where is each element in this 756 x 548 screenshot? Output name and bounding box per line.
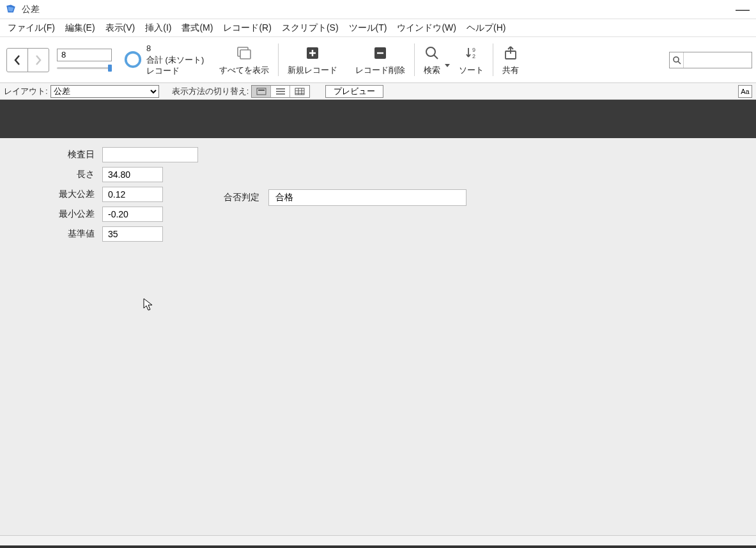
header-band: [0, 100, 756, 138]
search-icon: [424, 44, 440, 62]
svg-point-5: [426, 47, 435, 56]
svg-rect-10: [257, 88, 266, 95]
svg-point-9: [674, 57, 679, 62]
label-max-tolerance: 最大公差: [0, 189, 102, 200]
toolbar: 8 合計 (未ソート) レコード すべてを表示 新規レコード レコード削除 検索: [0, 37, 756, 83]
menu-help[interactable]: ヘルプ(H): [461, 20, 511, 36]
app-icon: [5, 4, 17, 15]
label-reference: 基準値: [0, 228, 102, 240]
menu-file[interactable]: ファイル(F): [3, 20, 60, 36]
menu-view[interactable]: 表示(V): [100, 20, 141, 36]
menu-records[interactable]: レコード(R): [218, 20, 276, 36]
quick-search-input[interactable]: [684, 53, 752, 67]
minimize-button[interactable]: —: [736, 7, 751, 12]
show-all-label: すべてを表示: [219, 65, 269, 76]
show-all-button[interactable]: すべてを表示: [210, 37, 278, 82]
menu-edit[interactable]: 編集(E): [60, 20, 100, 36]
search-dropdown-caret-icon[interactable]: [445, 64, 450, 67]
view-table-button[interactable]: [290, 86, 309, 97]
view-list-button[interactable]: [271, 86, 290, 97]
menu-tools[interactable]: ツール(T): [344, 20, 392, 36]
share-button[interactable]: 共有: [493, 37, 528, 82]
delete-record-button[interactable]: レコード削除: [346, 37, 414, 82]
quick-search-icon[interactable]: [670, 52, 684, 68]
menu-scripts[interactable]: スクリプト(S): [277, 20, 344, 36]
share-icon: [502, 44, 519, 62]
record-total-label: 合計 (未ソート): [146, 54, 204, 66]
layout-label: レイアウト:: [4, 86, 48, 97]
sort-label: ソート: [459, 65, 484, 76]
plus-icon: [304, 44, 321, 62]
share-label: 共有: [502, 65, 519, 76]
cursor-icon: [143, 298, 153, 312]
field-max-tolerance[interactable]: 0.12: [102, 187, 163, 202]
menu-window[interactable]: ウインドウ(W): [392, 20, 461, 36]
label-length: 長さ: [0, 169, 102, 180]
search-label: 検索: [424, 65, 440, 76]
svg-text:9: 9: [472, 47, 475, 53]
field-min-tolerance[interactable]: -0.20: [102, 207, 163, 222]
title-bar: 公差 —: [0, 0, 756, 19]
preview-button[interactable]: プレビュー: [325, 85, 383, 98]
format-text-button[interactable]: Aa: [738, 85, 752, 98]
field-length[interactable]: 34.80: [102, 167, 163, 182]
record-number-input[interactable]: [57, 49, 112, 61]
window-title: 公差: [22, 4, 40, 15]
form-area: 検査日 長さ 34.80 最大公差 0.12 最小公差 -0.20 基準値 35…: [0, 138, 756, 535]
prev-record-button[interactable]: [6, 48, 28, 72]
field-reference[interactable]: 35: [102, 226, 163, 242]
record-slider[interactable]: [57, 64, 112, 72]
sort-icon: 92: [463, 44, 480, 62]
minus-icon: [372, 44, 389, 62]
menu-format[interactable]: 書式(M): [176, 20, 218, 36]
record-pie-icon: [123, 50, 143, 69]
show-all-icon: [236, 44, 252, 62]
status-bar: [0, 535, 756, 548]
new-record-label: 新規レコード: [288, 65, 337, 76]
svg-text:2: 2: [472, 53, 475, 59]
view-switcher: [251, 85, 310, 98]
label-min-tolerance: 最小公差: [0, 208, 102, 220]
search-button[interactable]: 検索: [415, 37, 443, 82]
next-record-button[interactable]: [27, 48, 49, 72]
format-text-label: Aa: [741, 88, 749, 95]
record-label: レコード: [146, 65, 204, 77]
record-total-count: 8: [146, 43, 204, 54]
menu-bar: ファイル(F) 編集(E) 表示(V) 挿入(I) 書式(M) レコード(R) …: [0, 19, 756, 37]
layout-bar: レイアウト: 公差 表示方法の切り替え: プレビュー Aa: [0, 83, 756, 100]
sort-button[interactable]: 92 ソート: [450, 37, 493, 82]
svg-point-0: [126, 52, 141, 67]
label-inspection-date: 検査日: [0, 149, 102, 160]
label-judgement: 合否判定: [224, 192, 259, 203]
quick-search: [669, 37, 756, 82]
view-form-button[interactable]: [252, 86, 271, 97]
viewswitch-label: 表示方法の切り替え:: [172, 86, 249, 97]
new-record-button[interactable]: 新規レコード: [279, 37, 346, 82]
delete-record-label: レコード削除: [355, 65, 405, 76]
layout-select[interactable]: 公差: [50, 85, 159, 98]
field-inspection-date[interactable]: [102, 147, 198, 162]
svg-rect-2: [240, 50, 251, 59]
field-judgement[interactable]: 合格: [268, 189, 467, 206]
menu-insert[interactable]: 挿入(I): [140, 20, 176, 36]
svg-rect-11: [258, 90, 265, 91]
